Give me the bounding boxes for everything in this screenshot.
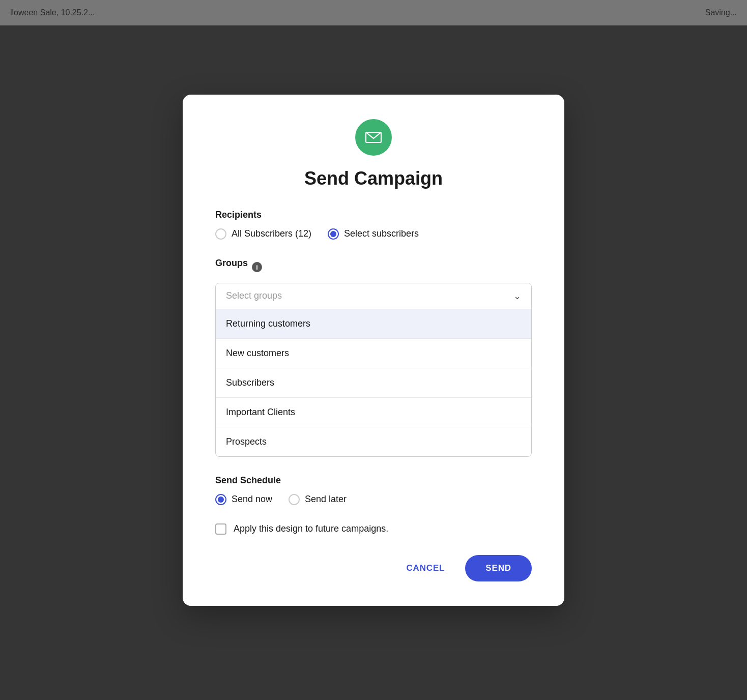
dropdown-item-returning[interactable]: Returning customers (216, 309, 531, 339)
dropdown-item-important[interactable]: Important Clients (216, 398, 531, 427)
groups-select-container: Select groups ⌄ Returning customers New … (215, 283, 532, 457)
email-icon (364, 128, 383, 147)
radio-send-later-input[interactable] (289, 494, 300, 505)
email-icon-circle (355, 119, 392, 156)
radio-send-now[interactable]: Send now (215, 494, 272, 505)
send-campaign-modal: Send Campaign Recipients All Subscribers… (183, 95, 564, 606)
dropdown-item-prospects[interactable]: Prospects (216, 427, 531, 456)
send-button[interactable]: SEND (465, 555, 532, 581)
radio-all-input[interactable] (215, 228, 226, 240)
groups-section: Groups i Select groups ⌄ Returning custo… (215, 258, 532, 457)
radio-send-later[interactable]: Send later (289, 494, 347, 505)
dropdown-item-new[interactable]: New customers (216, 339, 531, 368)
recipients-section: Recipients All Subscribers (12) Select s… (215, 210, 532, 240)
cancel-button[interactable]: CANCEL (398, 557, 453, 579)
radio-all-subscribers[interactable]: All Subscribers (12) (215, 228, 311, 240)
groups-dropdown-list: Returning customers New customers Subscr… (216, 309, 531, 456)
apply-design-label: Apply this design to future campaigns. (234, 523, 388, 534)
checkbox-section: Apply this design to future campaigns. (215, 523, 532, 535)
groups-select-header[interactable]: Select groups ⌄ (216, 283, 531, 309)
groups-select-placeholder: Select groups (226, 290, 282, 301)
radio-all-label: All Subscribers (12) (232, 228, 311, 239)
groups-info-icon: i (252, 262, 262, 272)
radio-send-now-label: Send now (232, 494, 272, 505)
radio-send-now-input[interactable] (215, 494, 226, 505)
apply-design-checkbox-option[interactable]: Apply this design to future campaigns. (215, 523, 532, 535)
radio-send-later-label: Send later (305, 494, 347, 505)
schedule-section: Send Schedule Send now Send later (215, 475, 532, 505)
modal-icon-wrapper (215, 119, 532, 156)
radio-select-label: Select subscribers (344, 228, 419, 239)
groups-label: Groups (215, 258, 248, 269)
recipients-radio-group: All Subscribers (12) Select subscribers (215, 228, 532, 240)
radio-select-subscribers[interactable]: Select subscribers (328, 228, 419, 240)
modal-title: Send Campaign (215, 168, 532, 189)
radio-select-input[interactable] (328, 228, 339, 240)
schedule-radio-group: Send now Send later (215, 494, 532, 505)
apply-design-checkbox[interactable] (215, 523, 226, 535)
modal-footer: CANCEL SEND (215, 555, 532, 581)
chevron-up-icon: ⌄ (513, 290, 521, 302)
groups-label-row: Groups i (215, 258, 532, 277)
schedule-label: Send Schedule (215, 475, 532, 486)
dropdown-item-subscribers[interactable]: Subscribers (216, 368, 531, 398)
modal-overlay: Send Campaign Recipients All Subscribers… (0, 0, 747, 700)
recipients-label: Recipients (215, 210, 532, 220)
